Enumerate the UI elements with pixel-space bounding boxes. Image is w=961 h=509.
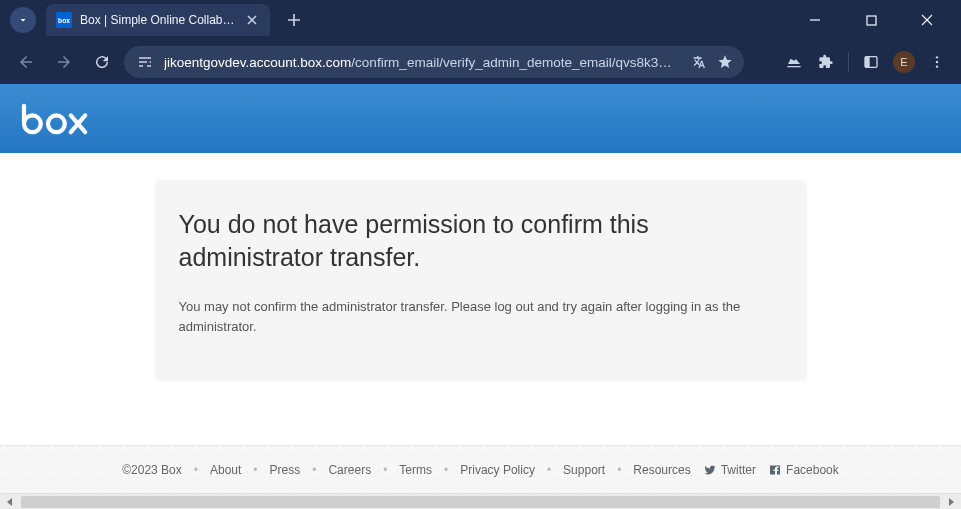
browser-menu-button[interactable] [927,52,947,72]
svg-point-6 [936,61,938,63]
toolbar-separator [848,52,849,72]
page-viewport: You do not have permission to confirm th… [0,84,961,509]
footer-link-support[interactable]: Support [563,463,605,477]
horizontal-scrollbar[interactable] [0,493,961,509]
copyright-text: ©2023 Box [122,463,182,477]
footer-link-resources[interactable]: Resources [633,463,690,477]
bookmark-button[interactable] [716,53,734,71]
close-icon [921,14,933,26]
scroll-right-icon[interactable] [944,495,958,509]
puzzle-icon [818,54,834,70]
browser-address-bar: jikoentgovdev.account.box.com/confirm_em… [0,40,961,84]
extension-button[interactable] [784,52,804,72]
page-body: You may not confirm the administrator tr… [179,297,783,337]
star-icon [717,54,733,70]
translate-button[interactable] [690,53,708,71]
window-close-button[interactable] [907,5,947,35]
more-vertical-icon [929,54,945,70]
box-favicon-icon: box [56,12,72,28]
extension-shoe-icon [786,54,802,70]
tab-title: Box | Simple Online Collaborat [80,13,236,27]
footer-link-press[interactable]: Press [270,463,301,477]
facebook-label: Facebook [786,463,839,477]
address-pill[interactable]: jikoentgovdev.account.box.com/confirm_em… [124,46,744,78]
site-settings-button[interactable] [134,51,156,73]
svg-text:box: box [58,17,70,24]
svg-point-7 [936,65,938,67]
twitter-label: Twitter [721,463,756,477]
browser-tabbar: box Box | Simple Online Collaborat [0,0,961,40]
back-button[interactable] [10,46,42,78]
reload-icon [93,53,111,71]
svg-point-5 [936,56,938,58]
window-maximize-button[interactable] [851,5,891,35]
translate-icon [691,54,707,70]
svg-rect-2 [867,16,876,25]
minimize-icon [809,14,821,26]
chevron-down-icon [17,14,29,26]
footer-link-privacy[interactable]: Privacy Policy [460,463,535,477]
tune-icon [137,54,153,70]
tabs-dropdown-button[interactable] [10,7,36,33]
footer-link-terms[interactable]: Terms [399,463,432,477]
footer-link-about[interactable]: About [210,463,241,477]
forward-arrow-icon [55,53,73,71]
page-heading: You do not have permission to confirm th… [179,208,783,273]
svg-rect-4 [865,57,870,68]
browser-tab[interactable]: box Box | Simple Online Collaborat [46,4,270,36]
footer-social-twitter[interactable]: Twitter [703,463,756,477]
profile-letter: E [900,56,907,68]
message-card: You do not have permission to confirm th… [155,180,807,381]
facebook-icon [768,463,782,477]
twitter-icon [703,463,717,477]
window-minimize-button[interactable] [795,5,835,35]
brand-header [0,84,961,153]
url-display: jikoentgovdev.account.box.com/confirm_em… [164,55,682,70]
svg-point-8 [48,115,65,132]
side-panel-button[interactable] [861,52,881,72]
forward-button[interactable] [48,46,80,78]
reload-button[interactable] [86,46,118,78]
footer-link-careers[interactable]: Careers [328,463,371,477]
back-arrow-icon [17,53,35,71]
side-panel-icon [863,54,879,70]
profile-button[interactable]: E [893,51,915,73]
box-logo-icon [18,101,90,137]
plus-icon [287,13,301,27]
new-tab-button[interactable] [280,6,308,34]
page-footer: ©2023 Box • About• Press• Careers• Terms… [0,445,961,493]
tab-close-button[interactable] [244,12,260,28]
maximize-icon [866,15,877,26]
scroll-track[interactable] [21,496,940,508]
scroll-left-icon[interactable] [3,495,17,509]
extensions-button[interactable] [816,52,836,72]
footer-social-facebook[interactable]: Facebook [768,463,839,477]
close-icon [247,15,257,25]
